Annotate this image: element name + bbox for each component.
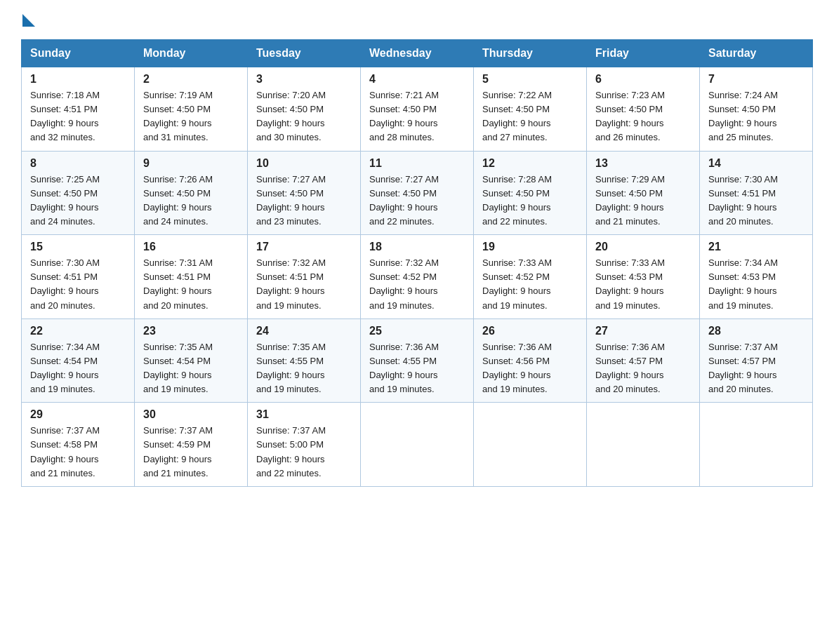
- day-number: 6: [595, 73, 691, 86]
- day-info: Sunrise: 7:37 AMSunset: 4:57 PMDaylight:…: [708, 342, 778, 394]
- day-info: Sunrise: 7:26 AMSunset: 4:50 PMDaylight:…: [143, 174, 213, 227]
- day-number: 22: [30, 325, 126, 337]
- calendar-cell: 8 Sunrise: 7:25 AMSunset: 4:50 PMDayligh…: [22, 151, 135, 235]
- day-number: 11: [369, 157, 465, 170]
- day-number: 5: [482, 73, 578, 86]
- day-number: 23: [143, 325, 239, 337]
- calendar-cell: 3 Sunrise: 7:20 AMSunset: 4:50 PMDayligh…: [248, 67, 361, 152]
- day-info: Sunrise: 7:24 AMSunset: 4:50 PMDaylight:…: [708, 90, 778, 142]
- calendar-cell: 18 Sunrise: 7:32 AMSunset: 4:52 PMDaylig…: [361, 235, 474, 319]
- weekday-header-thursday: Thursday: [474, 40, 587, 67]
- day-info: Sunrise: 7:36 AMSunset: 4:56 PMDaylight:…: [482, 342, 552, 394]
- calendar-cell: 21 Sunrise: 7:34 AMSunset: 4:53 PMDaylig…: [700, 235, 813, 319]
- calendar-cell: 28 Sunrise: 7:37 AMSunset: 4:57 PMDaylig…: [700, 318, 813, 403]
- day-info: Sunrise: 7:19 AMSunset: 4:50 PMDaylight:…: [143, 90, 213, 142]
- calendar-cell: 12 Sunrise: 7:28 AMSunset: 4:50 PMDaylig…: [474, 151, 587, 235]
- day-info: Sunrise: 7:35 AMSunset: 4:55 PMDaylight:…: [256, 342, 326, 394]
- calendar-week-row: 15 Sunrise: 7:30 AMSunset: 4:51 PMDaylig…: [22, 235, 813, 319]
- calendar-week-row: 29 Sunrise: 7:37 AMSunset: 4:58 PMDaylig…: [22, 403, 813, 487]
- day-number: 19: [482, 241, 578, 253]
- calendar-cell: 24 Sunrise: 7:35 AMSunset: 4:55 PMDaylig…: [248, 318, 361, 403]
- calendar-cell: 19 Sunrise: 7:33 AMSunset: 4:52 PMDaylig…: [474, 235, 587, 319]
- calendar-cell: 16 Sunrise: 7:31 AMSunset: 4:51 PMDaylig…: [135, 235, 248, 319]
- calendar-cell: 26 Sunrise: 7:36 AMSunset: 4:56 PMDaylig…: [474, 318, 587, 403]
- day-number: 2: [143, 73, 239, 86]
- day-info: Sunrise: 7:30 AMSunset: 4:51 PMDaylight:…: [708, 174, 778, 227]
- day-info: Sunrise: 7:36 AMSunset: 4:57 PMDaylight:…: [595, 342, 665, 394]
- day-number: 1: [30, 73, 126, 86]
- day-number: 12: [482, 157, 578, 170]
- day-info: Sunrise: 7:34 AMSunset: 4:53 PMDaylight:…: [708, 257, 778, 310]
- calendar-table: SundayMondayTuesdayWednesdayThursdayFrid…: [21, 39, 813, 487]
- calendar-cell: 14 Sunrise: 7:30 AMSunset: 4:51 PMDaylig…: [700, 151, 813, 235]
- day-number: 25: [369, 325, 465, 337]
- day-info: Sunrise: 7:37 AMSunset: 4:59 PMDaylight:…: [143, 425, 213, 478]
- day-info: Sunrise: 7:27 AMSunset: 4:50 PMDaylight:…: [369, 174, 439, 227]
- day-info: Sunrise: 7:33 AMSunset: 4:52 PMDaylight:…: [482, 257, 552, 310]
- logo-triangle-icon: [22, 14, 35, 27]
- calendar-cell: 20 Sunrise: 7:33 AMSunset: 4:53 PMDaylig…: [587, 235, 700, 319]
- calendar-cell: 7 Sunrise: 7:24 AMSunset: 4:50 PMDayligh…: [700, 67, 813, 152]
- day-info: Sunrise: 7:21 AMSunset: 4:50 PMDaylight:…: [369, 90, 439, 142]
- calendar-cell: [361, 403, 474, 487]
- weekday-header-friday: Friday: [587, 40, 700, 67]
- day-info: Sunrise: 7:36 AMSunset: 4:55 PMDaylight:…: [369, 342, 439, 394]
- weekday-header-wednesday: Wednesday: [361, 40, 474, 67]
- calendar-cell: 22 Sunrise: 7:34 AMSunset: 4:54 PMDaylig…: [22, 318, 135, 403]
- calendar-cell: [587, 403, 700, 487]
- day-info: Sunrise: 7:34 AMSunset: 4:54 PMDaylight:…: [30, 342, 100, 394]
- day-number: 4: [369, 73, 465, 86]
- day-number: 31: [256, 408, 352, 421]
- calendar-cell: 13 Sunrise: 7:29 AMSunset: 4:50 PMDaylig…: [587, 151, 700, 235]
- day-info: Sunrise: 7:30 AMSunset: 4:51 PMDaylight:…: [30, 257, 100, 310]
- calendar-cell: 23 Sunrise: 7:35 AMSunset: 4:54 PMDaylig…: [135, 318, 248, 403]
- day-info: Sunrise: 7:20 AMSunset: 4:50 PMDaylight:…: [256, 90, 326, 142]
- calendar-cell: 17 Sunrise: 7:32 AMSunset: 4:51 PMDaylig…: [248, 235, 361, 319]
- day-number: 26: [482, 325, 578, 337]
- calendar-cell: 27 Sunrise: 7:36 AMSunset: 4:57 PMDaylig…: [587, 318, 700, 403]
- calendar-cell: 2 Sunrise: 7:19 AMSunset: 4:50 PMDayligh…: [135, 67, 248, 152]
- calendar-cell: 15 Sunrise: 7:30 AMSunset: 4:51 PMDaylig…: [22, 235, 135, 319]
- day-number: 27: [595, 325, 691, 337]
- day-number: 30: [143, 408, 239, 421]
- day-number: 18: [369, 241, 465, 253]
- day-number: 3: [256, 73, 352, 86]
- day-number: 13: [595, 157, 691, 170]
- day-number: 14: [708, 157, 804, 170]
- day-number: 15: [30, 241, 126, 253]
- calendar-cell: 31 Sunrise: 7:37 AMSunset: 5:00 PMDaylig…: [248, 403, 361, 487]
- day-info: Sunrise: 7:37 AMSunset: 5:00 PMDaylight:…: [256, 425, 326, 478]
- weekday-header-sunday: Sunday: [22, 40, 135, 67]
- calendar-cell: 25 Sunrise: 7:36 AMSunset: 4:55 PMDaylig…: [361, 318, 474, 403]
- calendar-cell: 6 Sunrise: 7:23 AMSunset: 4:50 PMDayligh…: [587, 67, 700, 152]
- day-number: 7: [708, 73, 804, 86]
- day-number: 20: [595, 241, 691, 253]
- day-info: Sunrise: 7:22 AMSunset: 4:50 PMDaylight:…: [482, 90, 552, 142]
- logo: [21, 14, 35, 32]
- calendar-cell: 29 Sunrise: 7:37 AMSunset: 4:58 PMDaylig…: [22, 403, 135, 487]
- day-number: 28: [708, 325, 804, 337]
- day-number: 8: [30, 157, 126, 170]
- day-number: 29: [30, 408, 126, 421]
- calendar-week-row: 22 Sunrise: 7:34 AMSunset: 4:54 PMDaylig…: [22, 318, 813, 403]
- calendar-week-row: 1 Sunrise: 7:18 AMSunset: 4:51 PMDayligh…: [22, 67, 813, 152]
- calendar-cell: 5 Sunrise: 7:22 AMSunset: 4:50 PMDayligh…: [474, 67, 587, 152]
- day-info: Sunrise: 7:33 AMSunset: 4:53 PMDaylight:…: [595, 257, 665, 310]
- page-header: [21, 14, 813, 32]
- calendar-cell: 9 Sunrise: 7:26 AMSunset: 4:50 PMDayligh…: [135, 151, 248, 235]
- calendar-cell: 10 Sunrise: 7:27 AMSunset: 4:50 PMDaylig…: [248, 151, 361, 235]
- day-info: Sunrise: 7:28 AMSunset: 4:50 PMDaylight:…: [482, 174, 552, 227]
- day-number: 10: [256, 157, 352, 170]
- day-info: Sunrise: 7:31 AMSunset: 4:51 PMDaylight:…: [143, 257, 213, 310]
- day-number: 17: [256, 241, 352, 253]
- weekday-header-row: SundayMondayTuesdayWednesdayThursdayFrid…: [22, 40, 813, 67]
- day-info: Sunrise: 7:32 AMSunset: 4:52 PMDaylight:…: [369, 257, 439, 310]
- day-number: 9: [143, 157, 239, 170]
- calendar-week-row: 8 Sunrise: 7:25 AMSunset: 4:50 PMDayligh…: [22, 151, 813, 235]
- calendar-cell: 11 Sunrise: 7:27 AMSunset: 4:50 PMDaylig…: [361, 151, 474, 235]
- day-number: 21: [708, 241, 804, 253]
- weekday-header-saturday: Saturday: [700, 40, 813, 67]
- weekday-header-tuesday: Tuesday: [248, 40, 361, 67]
- calendar-cell: 30 Sunrise: 7:37 AMSunset: 4:59 PMDaylig…: [135, 403, 248, 487]
- day-info: Sunrise: 7:27 AMSunset: 4:50 PMDaylight:…: [256, 174, 326, 227]
